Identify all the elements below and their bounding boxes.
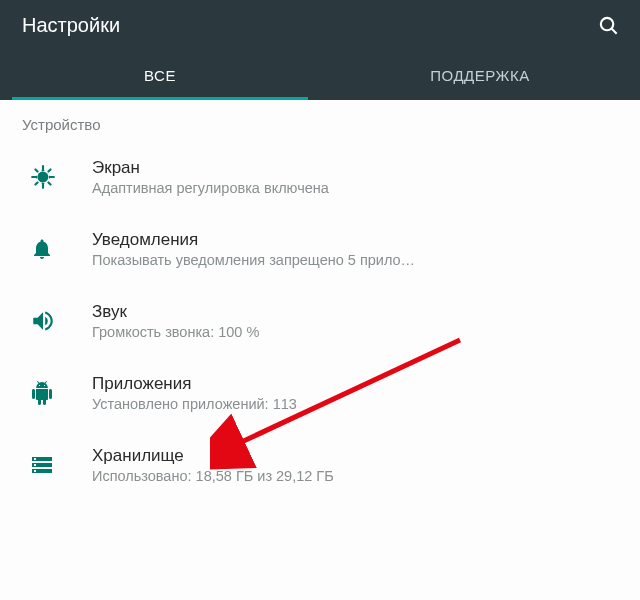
- settings-item-notifications[interactable]: Уведомления Показывать уведомления запре…: [0, 213, 640, 285]
- settings-item-title: Хранилище: [92, 446, 618, 466]
- search-button[interactable]: [594, 11, 622, 39]
- app-bar: Настройки: [0, 0, 640, 50]
- volume-icon: [30, 308, 92, 334]
- bell-icon: [30, 237, 92, 261]
- svg-line-1: [611, 28, 616, 33]
- settings-item-title: Звук: [92, 302, 618, 322]
- tabs: ВСЕ ПОДДЕРЖКА: [0, 50, 640, 100]
- settings-item-title: Экран: [92, 158, 618, 178]
- page-title: Настройки: [22, 14, 594, 37]
- tab-support-label: ПОДДЕРЖКА: [430, 67, 529, 84]
- settings-item-subtitle: Адаптивная регулировка включена: [92, 180, 618, 196]
- settings-item-storage[interactable]: Хранилище Использовано: 18,58 ГБ из 29,1…: [0, 429, 640, 501]
- settings-item-apps[interactable]: Приложения Установлено приложений: 113: [0, 357, 640, 429]
- content: Устройство Экран Адаптивная регулировка …: [0, 100, 640, 501]
- android-icon: [30, 381, 92, 405]
- settings-item-title: Уведомления: [92, 230, 618, 250]
- tab-support[interactable]: ПОДДЕРЖКА: [320, 50, 640, 100]
- svg-point-0: [600, 17, 612, 29]
- tab-all-label: ВСЕ: [144, 67, 176, 84]
- brightness-icon: [30, 164, 92, 190]
- settings-item-subtitle: Показывать уведомления запрещено 5 прило…: [92, 252, 618, 268]
- section-header-device: Устройство: [0, 100, 640, 141]
- storage-icon: [30, 453, 92, 477]
- settings-item-sound[interactable]: Звук Громкость звонка: 100 %: [0, 285, 640, 357]
- settings-item-title: Приложения: [92, 374, 618, 394]
- tab-all[interactable]: ВСЕ: [0, 50, 320, 100]
- settings-item-subtitle: Громкость звонка: 100 %: [92, 324, 618, 340]
- search-icon: [597, 14, 620, 37]
- settings-item-display[interactable]: Экран Адаптивная регулировка включена: [0, 141, 640, 213]
- settings-item-subtitle: Установлено приложений: 113: [92, 396, 618, 412]
- settings-item-subtitle: Использовано: 18,58 ГБ из 29,12 ГБ: [92, 468, 618, 484]
